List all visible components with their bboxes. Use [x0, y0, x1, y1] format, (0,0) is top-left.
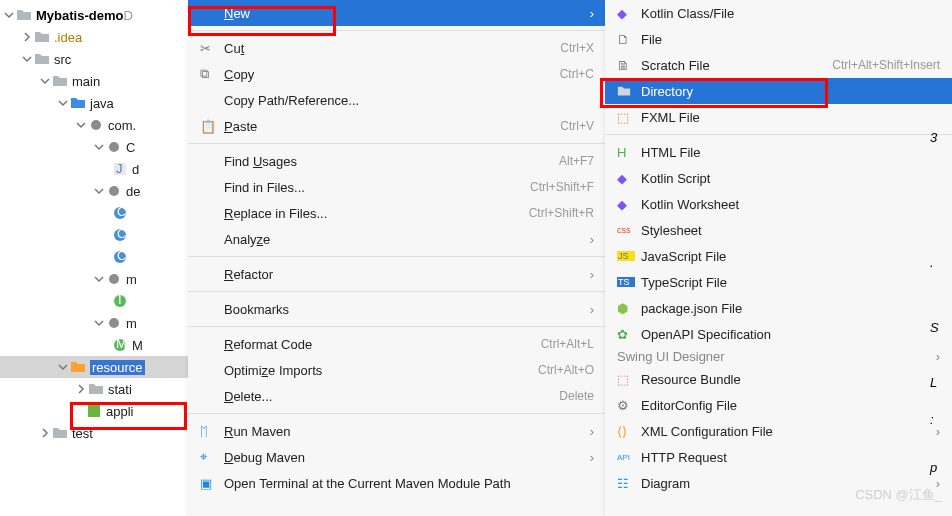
new-package-json[interactable]: ⬢package.json File	[605, 295, 952, 321]
menu-label: Kotlin Script	[641, 171, 940, 186]
tree-label: test	[72, 426, 93, 441]
new-openapi[interactable]: ✿OpenAPI Specification	[605, 321, 952, 347]
tree-applic[interactable]: appli	[0, 400, 189, 422]
menu-label: Kotlin Worksheet	[641, 197, 940, 212]
menu-new[interactable]: New ›	[188, 0, 606, 26]
cropped-editor-text: 3 . S L : p	[930, 0, 952, 516]
tree-main[interactable]: main	[0, 70, 189, 92]
tree-pkg[interactable]: m	[0, 312, 189, 334]
svg-point-4	[109, 186, 119, 196]
new-editorconfig[interactable]: ⚙EditorConfig File	[605, 392, 952, 418]
menu-replace-in-files[interactable]: Replace in Files...Ctrl+Shift+R	[188, 200, 606, 226]
tree-pkg[interactable]: com.	[0, 114, 189, 136]
new-kotlin-class[interactable]: ◆Kotlin Class/File	[605, 0, 952, 26]
tree-label: com.	[108, 118, 136, 133]
html-icon: H	[617, 145, 635, 160]
context-menu[interactable]: New › ✂CutCtrl+X ⧉CopyCtrl+C Copy Path/R…	[188, 0, 606, 516]
openapi-icon: ✿	[617, 327, 635, 342]
diagram-icon: ☷	[617, 476, 635, 491]
scratch-icon: 🗎	[617, 58, 635, 73]
menu-label: New	[224, 6, 584, 21]
menu-label: OpenAPI Specification	[641, 327, 940, 342]
tree-file[interactable]: C	[0, 246, 189, 268]
new-resource-bundle[interactable]: ⬚Resource Bundle	[605, 366, 952, 392]
chevron-down-icon	[4, 10, 14, 20]
menu-bookmarks[interactable]: Bookmarks›	[188, 296, 606, 322]
tree-file[interactable]: C	[0, 202, 189, 224]
menu-label: Delete...	[224, 389, 559, 404]
tree-file[interactable]: M M	[0, 334, 189, 356]
menu-label: Resource Bundle	[641, 372, 940, 387]
tree-test[interactable]: test	[0, 422, 189, 444]
new-xml-config[interactable]: ⟨⟩XML Configuration File›	[605, 418, 952, 444]
char: .	[930, 255, 934, 270]
menu-copy-path[interactable]: Copy Path/Reference...	[188, 87, 606, 113]
new-file[interactable]: 🗋File	[605, 26, 952, 52]
menu-delete[interactable]: Delete...Delete	[188, 383, 606, 409]
tree-pkg[interactable]: m	[0, 268, 189, 290]
xml-icon: ⟨⟩	[617, 424, 635, 439]
menu-debug-maven[interactable]: ⌖Debug Maven›	[188, 444, 606, 470]
menu-refactor[interactable]: Refactor›	[188, 261, 606, 287]
menu-analyze[interactable]: Analyze›	[188, 226, 606, 252]
new-directory[interactable]: Directory	[605, 78, 952, 104]
submenu-arrow-icon: ›	[590, 450, 594, 465]
menu-label: package.json File	[641, 301, 940, 316]
terminal-icon: ▣	[200, 476, 218, 491]
tree-pkg[interactable]: C	[0, 136, 189, 158]
menu-find-in-files[interactable]: Find in Files...Ctrl+Shift+F	[188, 174, 606, 200]
chevron-down-icon	[76, 120, 86, 130]
tree-resources-selected[interactable]: resource	[0, 356, 189, 378]
menu-find-usages[interactable]: Find UsagesAlt+F7	[188, 148, 606, 174]
new-ts[interactable]: TSTypeScript File	[605, 269, 952, 295]
char: S	[930, 320, 939, 335]
tree-src[interactable]: src	[0, 48, 189, 70]
tree-java[interactable]: java	[0, 92, 189, 114]
new-http-request[interactable]: APIHTTP Request	[605, 444, 952, 470]
tree-file[interactable]: C	[0, 224, 189, 246]
new-scratch[interactable]: 🗎Scratch FileCtrl+Alt+Shift+Insert	[605, 52, 952, 78]
editorconfig-icon: ⚙	[617, 398, 635, 413]
menu-reformat[interactable]: Reformat CodeCtrl+Alt+L	[188, 331, 606, 357]
new-js[interactable]: JSJavaScript File	[605, 243, 952, 269]
npm-icon: ⬢	[617, 301, 635, 316]
menu-optimize-imports[interactable]: Optimize ImportsCtrl+Alt+O	[188, 357, 606, 383]
new-stylesheet[interactable]: cssStylesheet	[605, 217, 952, 243]
fxml-icon: ⬚	[617, 110, 635, 125]
menu-run-maven[interactable]: ᛖRun Maven›	[188, 418, 606, 444]
new-fxml[interactable]: ⬚FXML File	[605, 104, 952, 130]
menu-open-terminal[interactable]: ▣Open Terminal at the Current Maven Modu…	[188, 470, 606, 496]
menu-label: Refactor	[224, 267, 584, 282]
menu-label: JavaScript File	[641, 249, 940, 264]
file-icon: 🗋	[617, 32, 635, 47]
package-icon	[106, 271, 122, 287]
tree-idea[interactable]: .idea	[0, 26, 189, 48]
shortcut: Ctrl+Shift+R	[529, 206, 594, 220]
submenu-arrow-icon: ›	[590, 424, 594, 439]
menu-cut[interactable]: ✂CutCtrl+X	[188, 35, 606, 61]
menu-label: TypeScript File	[641, 275, 940, 290]
tree-pkg[interactable]: de	[0, 180, 189, 202]
bundle-icon: ⬚	[617, 372, 635, 387]
new-kotlin-script[interactable]: ◆Kotlin Script	[605, 165, 952, 191]
debug-icon: ⌖	[200, 449, 218, 465]
menu-copy[interactable]: ⧉CopyCtrl+C	[188, 61, 606, 87]
tree-label: M	[132, 338, 143, 353]
project-tree[interactable]: Mybatis-demo D .idea src main java com.	[0, 0, 190, 516]
new-html[interactable]: HHTML File	[605, 139, 952, 165]
tree-file[interactable]: J d	[0, 158, 189, 180]
tree-file[interactable]: I	[0, 290, 189, 312]
folder-icon	[52, 425, 68, 441]
tree-label: main	[72, 74, 100, 89]
menu-separator	[605, 134, 952, 135]
tree-root[interactable]: Mybatis-demo D	[0, 4, 189, 26]
menu-label: Kotlin Class/File	[641, 6, 940, 21]
menu-paste[interactable]: 📋PasteCtrl+V	[188, 113, 606, 139]
menu-label: Optimize Imports	[224, 363, 538, 378]
tree-static[interactable]: stati	[0, 378, 189, 400]
new-submenu[interactable]: ◆Kotlin Class/File 🗋File 🗎Scratch FileCt…	[605, 0, 952, 516]
menu-label: File	[641, 32, 940, 47]
submenu-arrow-icon: ›	[590, 302, 594, 317]
tree-label: C	[126, 140, 135, 155]
new-kotlin-worksheet[interactable]: ◆Kotlin Worksheet	[605, 191, 952, 217]
